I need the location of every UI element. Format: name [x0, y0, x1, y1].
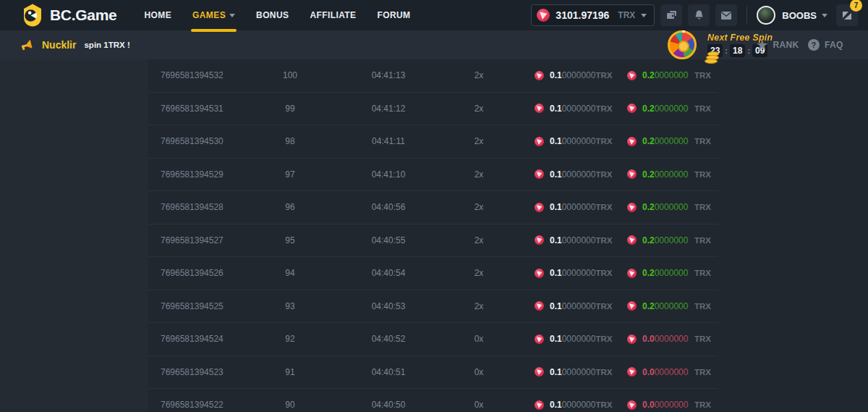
- trx-coin-icon: [627, 400, 637, 410]
- trx-coin-icon: [627, 137, 637, 146]
- announcement-game: Nucklir: [42, 39, 76, 51]
- left-panel: [0, 59, 148, 412]
- countdown-minutes: 18: [730, 44, 745, 57]
- trx-coin-icon: [627, 104, 637, 113]
- bet-multiplier: 2x: [432, 301, 526, 311]
- amount-cell: 0.10000000 TRX: [526, 334, 618, 344]
- payout-currency: TRX: [694, 203, 718, 211]
- payout-currency: TRX: [694, 170, 718, 179]
- rank-link[interactable]: ★ RANK: [757, 30, 799, 59]
- payout-cell: 0.20000000 TRX: [618, 136, 718, 146]
- bet-multiplier: 2x: [432, 235, 526, 245]
- bet-number: 90: [235, 400, 345, 410]
- wallet-button[interactable]: [660, 4, 682, 26]
- amount-cell: 0.10000000 TRX: [526, 202, 618, 212]
- announcement[interactable]: Nucklir spin 1TRX !: [20, 38, 130, 52]
- trx-coin-icon: [535, 367, 544, 377]
- table-row[interactable]: 7696581394524 92 04:40:52 0x 0.10000000 …: [148, 323, 718, 356]
- nav-games[interactable]: GAMES: [192, 0, 235, 30]
- bet-number: 95: [235, 235, 345, 245]
- nav-bonus[interactable]: BONUS: [256, 0, 289, 30]
- bet-history-table: 7696581394532 100 04:41:13 2x 0.10000000…: [148, 59, 718, 412]
- bet-id: 7696581394526: [148, 268, 235, 278]
- announcement-bar: Nucklir spin 1TRX ! Next Free Spin 23 : …: [0, 30, 868, 59]
- amount-cell: 0.10000000 TRX: [526, 70, 618, 80]
- divider: [746, 7, 747, 24]
- user-avatar[interactable]: [757, 6, 775, 25]
- bet-number: 96: [235, 202, 345, 212]
- bet-id: 7696581394522: [148, 400, 235, 410]
- bet-time: 04:41:10: [345, 169, 432, 180]
- trx-coin-icon: [535, 137, 544, 146]
- messages-button[interactable]: [715, 4, 737, 26]
- notifications-button[interactable]: [688, 4, 710, 26]
- table-row[interactable]: 7696581394526 94 04:40:54 2x 0.10000000 …: [148, 257, 718, 290]
- payout-cell: 0.20000000 TRX: [618, 301, 718, 311]
- amount-cell: 0.10000000 TRX: [526, 367, 618, 377]
- payout-cell: 0.20000000 TRX: [618, 202, 718, 212]
- bet-time: 04:41:11: [345, 136, 432, 146]
- brand-logo[interactable]: BC.Game: [22, 4, 116, 27]
- bet-id: 7696581394530: [148, 136, 235, 146]
- amount-cell: 0.10000000 TRX: [526, 268, 618, 278]
- table-row[interactable]: 7696581394529 97 04:41:10 2x 0.10000000 …: [148, 159, 718, 192]
- nav-affiliate[interactable]: AFFILIATE: [310, 0, 356, 30]
- bet-number: 98: [235, 136, 345, 146]
- table-row[interactable]: 7696581394531 99 04:41:12 2x 0.10000000 …: [148, 93, 718, 126]
- trx-coin-icon: [627, 269, 637, 278]
- nav-forum[interactable]: FORUM: [377, 0, 410, 30]
- trx-coin-icon: [627, 203, 637, 212]
- payout-currency: TRX: [694, 269, 718, 277]
- bet-number: 100: [235, 70, 345, 80]
- trx-coin-icon: [535, 335, 544, 344]
- bet-number: 99: [235, 104, 345, 114]
- bet-id: 7696581394531: [148, 104, 235, 114]
- mail-icon: [720, 11, 732, 20]
- payout-currency: TRX: [694, 302, 718, 311]
- balance-amount: 3101.97196: [556, 9, 609, 21]
- table-row[interactable]: 7696581394523 91 04:40:51 0x 0.10000000 …: [148, 356, 718, 390]
- trx-coin-icon: [627, 367, 637, 377]
- megaphone-icon: [20, 38, 34, 52]
- nav-home[interactable]: HOME: [144, 0, 171, 30]
- trx-coin-icon: [627, 71, 637, 80]
- table-row[interactable]: 7696581394527 95 04:40:55 2x 0.10000000 …: [148, 224, 718, 258]
- amount-cell: 0.10000000 TRX: [526, 104, 618, 114]
- star-icon: ★: [757, 39, 768, 51]
- amount-cell: 0.10000000 TRX: [526, 136, 618, 146]
- balance-currency: TRX: [618, 10, 635, 20]
- bet-time: 04:40:54: [345, 268, 432, 278]
- payout-cell: 0.20000000 TRX: [618, 169, 718, 180]
- bet-id: 7696581394529: [148, 169, 235, 180]
- trx-coin-icon: [535, 400, 544, 410]
- trx-coin-icon: [627, 335, 637, 344]
- bet-number: 94: [235, 268, 345, 278]
- username[interactable]: BOOBS: [782, 10, 817, 21]
- chevron-down-icon: [229, 14, 235, 17]
- trx-coin-icon: [535, 235, 544, 245]
- trx-coin-icon: [535, 104, 544, 113]
- table-row[interactable]: 7696581394532 100 04:41:13 2x 0.10000000…: [148, 59, 718, 93]
- payout-currency: TRX: [694, 236, 718, 245]
- table-row[interactable]: 7696581394528 96 04:40:56 2x 0.10000000 …: [148, 191, 718, 224]
- bet-time: 04:41:13: [345, 70, 432, 80]
- main-nav: HOME GAMES BONUS AFFILIATE FORUM: [144, 0, 410, 30]
- payout-cell: 0.00000000 TRX: [618, 400, 718, 410]
- wallet-icon: [665, 9, 678, 21]
- bet-id: 7696581394532: [148, 70, 235, 80]
- payout-currency: TRX: [694, 71, 718, 80]
- faq-link[interactable]: ? FAQ: [808, 30, 843, 59]
- bet-time: 04:40:56: [345, 202, 432, 212]
- chat-unread-badge: 7: [850, 0, 862, 12]
- payout-cell: 0.20000000 TRX: [618, 104, 718, 114]
- bet-id: 7696581394524: [148, 334, 235, 344]
- bet-number: 91: [235, 367, 345, 377]
- bet-multiplier: 0x: [432, 400, 526, 410]
- table-row[interactable]: 7696581394522 90 04:40:50 0x 0.10000000 …: [148, 389, 718, 412]
- table-row[interactable]: 7696581394525 93 04:40:53 2x 0.10000000 …: [148, 290, 718, 324]
- table-row[interactable]: 7696581394530 98 04:41:11 2x 0.10000000 …: [148, 125, 718, 159]
- amount-cell: 0.10000000 TRX: [526, 169, 618, 180]
- chat-button[interactable]: 7: [836, 4, 858, 26]
- balance-selector[interactable]: 3101.97196 TRX: [531, 4, 655, 26]
- navbar-right: 3101.97196 TRX BOOBS: [531, 4, 858, 26]
